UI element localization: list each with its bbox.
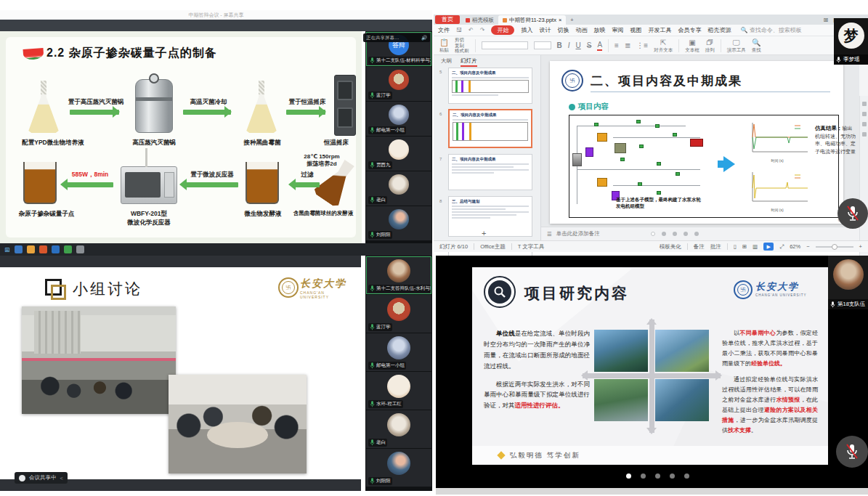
present-tools-button[interactable]: 🖵演示工具	[727, 38, 746, 53]
zoom-slider[interactable]	[816, 246, 853, 248]
underline-button[interactable]: U	[576, 41, 581, 50]
watermelon-icon	[23, 48, 44, 60]
align-center-icon[interactable]: ≣	[625, 41, 630, 50]
italic-button[interactable]: I	[568, 41, 570, 50]
font-family-select[interactable]	[482, 41, 528, 49]
cut-button[interactable]: 剪切	[455, 37, 469, 43]
redo-icon[interactable]: ↷	[480, 27, 485, 33]
video-tile[interactable]: 刘阳阳	[366, 449, 431, 487]
tab-docer[interactable]: 稻壳模板	[461, 15, 498, 25]
menu-start[interactable]: 开始	[491, 25, 514, 35]
menu-transition[interactable]: 切换	[557, 26, 569, 34]
note-button[interactable]: 备注	[694, 243, 705, 251]
menu-review[interactable]: 审阅	[612, 26, 623, 34]
tl-taskbar[interactable]: ⊞	[0, 243, 432, 256]
video-tile[interactable]: 蓝汀学	[366, 67, 431, 101]
view-sorter-icon[interactable]: ⊞	[742, 243, 747, 250]
tab-document[interactable]: 中期答辩11-23.pptx×	[498, 15, 566, 25]
share-status-pill[interactable]: 会议共享中 <	[15, 472, 68, 484]
menu-view[interactable]: 视图	[630, 26, 641, 34]
arrange-button[interactable]: 🗇排列	[705, 38, 715, 53]
collapse-chevron-icon[interactable]: <	[60, 475, 63, 481]
muted-mic-button[interactable]	[837, 198, 868, 229]
tab-slides[interactable]: 幻灯片	[461, 57, 477, 67]
muted-mic-button[interactable]	[836, 436, 868, 468]
font-color-button[interactable]: A	[597, 41, 602, 51]
taskbar-app-icon[interactable]	[52, 245, 60, 253]
notes-bar[interactable]: ☰ 单击此处添加备注	[541, 227, 859, 240]
menu-design[interactable]: 设计	[539, 26, 551, 34]
menu-member[interactable]: 会员专享	[678, 26, 701, 34]
slide-thumbnail[interactable]: 二、项目内容及中期成果	[448, 154, 532, 190]
tr-video-tile[interactable]: 梦 李梦瑶	[834, 18, 868, 65]
bl-participant-sidebar[interactable]: 第十二支答辩队伍-水利与环境学院 蓝汀学 邮电第一小组 水环-程工红 老白 刘阳…	[365, 256, 432, 491]
menu-animation[interactable]: 动画	[575, 26, 587, 34]
tab-close-icon[interactable]: ×	[559, 15, 561, 25]
status-text-tool[interactable]: T 文字工具	[518, 243, 545, 251]
text-box-button[interactable]: ▣文本框	[685, 38, 699, 53]
menu-devtools[interactable]: 开发工具	[648, 26, 671, 34]
start-button-icon[interactable]: ⊞	[4, 246, 10, 253]
slide-thumbnail[interactable]: 二、项目内容及中期成果	[448, 68, 532, 104]
br-video-tile[interactable]: 第18支队伍	[828, 256, 868, 309]
notes-placeholder[interactable]: 单击此处添加备注	[556, 230, 600, 237]
copy-button[interactable]: 复制	[455, 43, 469, 49]
participant-name: 第十二支答辩队伍-水利与环境学院	[368, 285, 431, 293]
undo-icon[interactable]: ↶	[469, 27, 474, 33]
tl-participant-sidebar[interactable]: 答辩 第十二支队伍-材料科学与工程学院 蓝汀学 邮电第一小组 贾西九 老白 刘阳…	[365, 31, 432, 243]
video-tile[interactable]: 蓝汀学	[366, 295, 431, 333]
video-tile[interactable]: 第十二支答辩队伍-水利与环境学院	[366, 256, 431, 294]
bold-button[interactable]: B	[557, 41, 562, 50]
menu-file[interactable]: 文件	[438, 26, 450, 34]
video-tile[interactable]: 邮电第一小组	[366, 333, 431, 371]
font-size-select[interactable]	[534, 41, 551, 49]
menu-docer-res[interactable]: 稻壳资源	[707, 26, 731, 34]
taskbar-app-icon[interactable]	[76, 245, 84, 253]
taskbar-app-icon[interactable]	[64, 245, 72, 253]
mic-icon	[370, 92, 375, 99]
layout-switch-icon[interactable]: ⊞	[824, 17, 829, 23]
slide-thumbnail-pane[interactable]: 大纲 幻灯片 5 二、项目内容及中期成果 6 二、项目内容及中期成果 7 二、项…	[434, 55, 541, 240]
bullet-list-icon[interactable]: ⋮≡	[636, 41, 648, 50]
video-tile[interactable]: 水环-程工红	[366, 372, 431, 410]
tab-outline[interactable]: 大纲	[441, 57, 452, 67]
slideshow-play-button[interactable]: ▶	[763, 243, 774, 251]
video-tile[interactable]: 刘阳阳	[366, 206, 431, 240]
find-button[interactable]: 🔍查找	[752, 38, 761, 53]
avatar	[387, 336, 410, 359]
zoom-out-button[interactable]: −	[806, 243, 809, 250]
taskbar-app-icon[interactable]	[39, 245, 47, 253]
diagram-block	[639, 145, 644, 148]
strike-button[interactable]: S	[587, 41, 592, 50]
slide-thumbnail[interactable]: 三、总结与规划	[448, 196, 532, 237]
new-tab-button[interactable]: +	[566, 15, 577, 25]
beautify-button[interactable]: 模板美化	[660, 243, 681, 251]
flow-arrow-2-label: 高温灭菌冷却	[179, 98, 238, 107]
comment-button[interactable]: 批注	[710, 243, 721, 251]
paste-button[interactable]: 📋粘贴	[439, 38, 449, 53]
clipboard-group[interactable]: 剪切 复制 格式刷	[455, 37, 469, 54]
video-tile[interactable]: 邮电第一小组	[366, 102, 431, 136]
align-left-icon[interactable]: ≡	[615, 41, 619, 50]
slide-thumbnail-selected[interactable]: 二、项目内容及中期成果	[448, 109, 532, 148]
menu-insert[interactable]: 插入	[521, 26, 532, 34]
command-search[interactable]: 🔍 查找命令、搜索模板	[740, 26, 801, 34]
zoom-in-button[interactable]: +	[859, 243, 862, 250]
format-painter-button[interactable]: 格式刷	[455, 48, 469, 54]
save-icon[interactable]: 🖫	[456, 27, 462, 33]
view-read-icon[interactable]: ▥	[753, 243, 758, 250]
video-tile[interactable]: 老白	[366, 410, 431, 448]
video-tile[interactable]: 老白	[366, 171, 431, 206]
view-normal-icon[interactable]: ▯	[734, 243, 737, 250]
tl-shared-slide: 2.2 杂原子掺杂碳量子点的制备 置于高压蒸汽灭菌锅 高温灭菌冷却 置于恒温摇床…	[0, 31, 362, 243]
right-tool-rail[interactable]	[859, 96, 868, 281]
menu-slideshow[interactable]: 放映	[593, 26, 605, 34]
slide-edit-area[interactable]: 卐 二、项目内容及中期成果 项目内容	[541, 55, 859, 240]
wps-home-button[interactable]: 首页	[435, 15, 460, 24]
taskbar-app-icon[interactable]	[27, 245, 35, 253]
video-tile[interactable]: 贾西九	[366, 137, 431, 171]
align-text-button[interactable]: ⇱对齐文本	[654, 38, 673, 53]
add-slide-button[interactable]: +	[482, 229, 486, 237]
fit-icon[interactable]: ⤢	[779, 243, 784, 251]
taskbar-app-icon[interactable]	[15, 245, 23, 253]
